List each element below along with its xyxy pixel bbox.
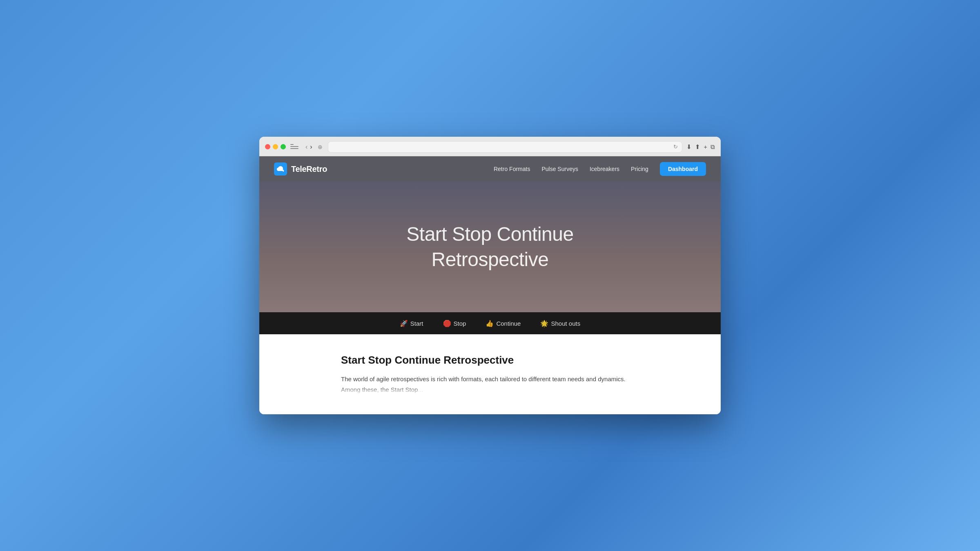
forward-button[interactable]: › <box>310 144 312 150</box>
shoutouts-emoji: 🌟 <box>540 320 548 327</box>
content-section: Start Stop Continue Retrospective The wo… <box>259 334 721 414</box>
back-button[interactable]: ‹ <box>305 144 307 150</box>
content-title: Start Stop Continue Retrospective <box>341 354 639 367</box>
browser-navigation: ‹ › <box>305 144 312 150</box>
tab-stop[interactable]: 🛑 Stop <box>443 320 466 327</box>
page-content: TeleRetro Retro Formats Pulse Surveys Ic… <box>259 156 721 414</box>
tab-bar: 🚀 Start 🛑 Stop 👍 Continue 🌟 Shout outs <box>259 312 721 334</box>
privacy-icon: ⊕ <box>316 143 324 151</box>
copy-icon[interactable]: ⧉ <box>710 143 715 151</box>
cloud-icon <box>276 165 285 173</box>
maximize-button[interactable] <box>281 144 286 149</box>
traffic-lights <box>265 144 286 149</box>
tab-start-label: Start <box>410 320 423 327</box>
tab-continue-label: Continue <box>496 320 521 327</box>
content-body: The world of agile retrospectives is ric… <box>341 374 639 395</box>
continue-emoji: 👍 <box>486 320 494 327</box>
nav-links: Retro Formats Pulse Surveys Icebreakers … <box>494 162 706 176</box>
tab-shout-outs[interactable]: 🌟 Shout outs <box>540 320 580 327</box>
stop-emoji: 🛑 <box>443 320 451 327</box>
reload-icon[interactable]: ↻ <box>673 144 678 150</box>
close-button[interactable] <box>265 144 270 149</box>
browser-actions: ⬇ ⬆ + ⧉ <box>686 143 715 151</box>
share-icon[interactable]: ⬆ <box>695 143 700 151</box>
new-tab-icon[interactable]: + <box>704 143 707 150</box>
logo-icon <box>274 162 287 176</box>
address-bar[interactable]: ↻ <box>328 141 683 153</box>
tab-continue[interactable]: 👍 Continue <box>486 320 521 327</box>
hero-title: Start Stop Continue Retrospective <box>406 222 573 273</box>
navbar: TeleRetro Retro Formats Pulse Surveys Ic… <box>259 156 721 182</box>
dashboard-button[interactable]: Dashboard <box>660 162 706 176</box>
tab-start[interactable]: 🚀 Start <box>400 320 423 327</box>
nav-pulse-surveys[interactable]: Pulse Surveys <box>541 166 578 172</box>
hero-section: Start Stop Continue Retrospective <box>259 182 721 312</box>
start-emoji: 🚀 <box>400 320 408 327</box>
download-icon[interactable]: ⬇ <box>686 143 692 151</box>
browser-window: ‹ › ⊕ ↻ ⬇ ⬆ + ⧉ TeleRetro <box>259 137 721 414</box>
logo-text: TeleRetro <box>291 164 327 174</box>
browser-chrome: ‹ › ⊕ ↻ ⬇ ⬆ + ⧉ <box>259 137 721 156</box>
minimize-button[interactable] <box>273 144 278 149</box>
nav-icebreakers[interactable]: Icebreakers <box>590 166 619 172</box>
sidebar-toggle-icon[interactable] <box>290 144 299 150</box>
nav-retro-formats[interactable]: Retro Formats <box>494 166 530 172</box>
tab-shoutouts-label: Shout outs <box>551 320 580 327</box>
nav-pricing[interactable]: Pricing <box>631 166 648 172</box>
logo[interactable]: TeleRetro <box>274 162 327 176</box>
tab-stop-label: Stop <box>454 320 466 327</box>
